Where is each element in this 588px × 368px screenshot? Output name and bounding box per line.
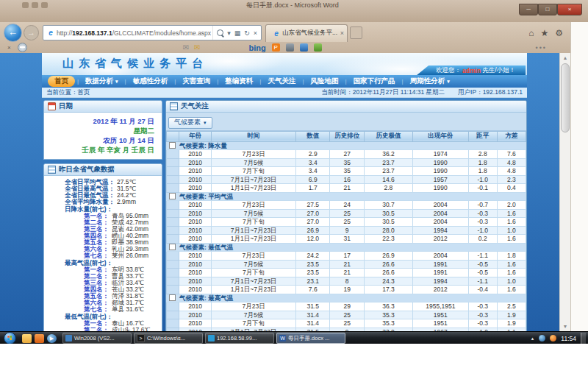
qat-icon[interactable]	[41, 2, 48, 8]
addon-icon[interactable]	[18, 43, 27, 52]
summary-panel-title: 昨日全省气象数据	[59, 165, 115, 174]
group-header-row[interactable]: 气候要素: 最高气温	[167, 294, 526, 302]
taskbar-button[interactable]: W每日手册.docx ...	[276, 333, 345, 344]
explorer-folder-icon[interactable]	[22, 334, 32, 343]
nav-item-8[interactable]: 周期性分析▾	[404, 76, 456, 87]
breadcrumb: 当前位置：首页	[46, 88, 90, 97]
group-checkbox[interactable]	[169, 294, 176, 301]
table-cell: -0.3	[468, 218, 497, 227]
rank-lists: 日降水量(前七)：第一名：青岛 95.0mm第二名：荣成 42.7mm第三名：昆…	[44, 206, 160, 331]
group-header-row[interactable]: 气候要素: 降水量	[167, 141, 526, 150]
app-icon[interactable]	[35, 334, 44, 343]
group-header-row[interactable]: 气候要素: 平均气温	[167, 192, 526, 201]
group-checkbox[interactable]	[169, 244, 176, 250]
table-cell: 23.5	[296, 269, 330, 277]
table-cell: -0.3	[468, 209, 497, 218]
rank-label: 第二名：	[84, 326, 109, 331]
row-gutter-cell	[167, 269, 179, 277]
envelope-icon[interactable]: ✉	[194, 43, 200, 52]
yesterday-summary-panel: 昨日全省气象数据 全省日平均气温：27.5℃全省日最高气温：31.5℃全省日最低…	[43, 163, 162, 331]
bing-logo[interactable]: bing	[248, 43, 265, 52]
network-tray-icon[interactable]	[539, 335, 545, 342]
table-cell: 31	[330, 235, 364, 244]
nav-item-0[interactable]: 首页	[48, 76, 75, 87]
table-cell: 1月1日~7月23日	[212, 286, 296, 294]
row-gutter-cell	[167, 209, 179, 218]
home-icon[interactable]: ⌂	[528, 28, 534, 38]
search-icon[interactable]	[217, 29, 223, 36]
browser-tab[interactable]: e 山东省气候业务平... ×	[265, 24, 348, 42]
toolbar-app-icon[interactable]: P	[272, 43, 280, 52]
group-checkbox[interactable]	[169, 142, 176, 149]
scroll-up-arrow-icon[interactable]: ▲	[560, 53, 570, 63]
chevron-down-icon: ▾	[115, 79, 118, 85]
nav-item-7[interactable]: 国家下行产品	[347, 76, 402, 87]
rank-item: 第七名：莱州 26.0mm	[44, 252, 160, 259]
nav-item-2[interactable]: 敏感性分析	[126, 76, 175, 87]
toolbar-overflow-icon[interactable]: •••	[536, 44, 547, 52]
close-button[interactable]: ×	[557, 4, 582, 15]
row-gutter-cell	[167, 252, 179, 261]
column-header: 距平	[468, 131, 497, 141]
media-player-icon[interactable]: ▶	[47, 334, 57, 343]
group-header-row[interactable]: 气候要素: 最低气温	[167, 243, 526, 252]
address-bar[interactable]: e http://192.168.137.1/GLCCLIMATE/module…	[43, 25, 262, 40]
qat-icon[interactable]	[32, 2, 38, 8]
table-cell: 6.9	[296, 175, 330, 184]
group-title: 气候要素: 降水量	[179, 142, 227, 149]
compatibility-view-icon[interactable]: ▦	[234, 29, 241, 37]
vertical-scrollbar[interactable]: ▲ ▼	[559, 53, 570, 331]
maximize-button[interactable]: □	[538, 4, 557, 15]
table-cell: 7月23日	[212, 302, 296, 311]
climate-element-button[interactable]: 气候要素 ▾	[168, 117, 212, 129]
nav-item-6[interactable]: 风险地图	[304, 76, 345, 87]
settings-gear-icon[interactable]: ⚙	[555, 28, 563, 38]
table-cell: 30.5	[364, 209, 412, 218]
favorites-star-icon[interactable]: ★	[540, 28, 548, 38]
qat-icon[interactable]	[22, 2, 29, 8]
stop-icon[interactable]: ×	[254, 29, 257, 37]
group-checkbox[interactable]	[169, 193, 176, 199]
taskbar-button[interactable]: >C:\Windows\s...	[134, 333, 203, 344]
table-cell: 26.6	[364, 260, 412, 269]
envelope-icon[interactable]: ✉	[183, 43, 189, 52]
table-cell: 9	[330, 226, 364, 235]
browser-back-button[interactable]: ←	[4, 24, 22, 42]
content-columns: 日期 2012 年 11 月 27 日 星期二 农历 10 月 14 日 壬辰 …	[42, 98, 527, 331]
table-cell: 7月5候	[212, 260, 296, 269]
nav-item-3[interactable]: 灾害查询	[176, 76, 217, 87]
table-cell: 7月23日	[212, 252, 296, 261]
toolbar-close-icon[interactable]: ×	[7, 44, 11, 51]
nav-item-4[interactable]: 整编资料	[218, 76, 259, 87]
table-row: 20107月下旬31.42535.31951-0.31.9	[167, 319, 526, 328]
toolbar-share-icon[interactable]	[314, 43, 322, 52]
stat-value: 2.9mm	[117, 198, 136, 205]
nav-item-1[interactable]: 数据分析▾	[79, 76, 125, 87]
scrollbar-thumb[interactable]	[561, 63, 570, 132]
header-gutter-cell	[167, 131, 179, 141]
taskbar-button[interactable]: 192.168.58.99...	[205, 333, 274, 344]
table-cell: 2.8	[364, 184, 412, 193]
nav-item-5[interactable]: 天气关注	[261, 76, 302, 87]
table-cell: 1.0	[497, 277, 526, 286]
group-header-cell: 气候要素: 最高气温	[167, 294, 526, 302]
clock[interactable]: 11:54	[561, 335, 576, 342]
toolbar-plugin-icon[interactable]	[300, 43, 308, 52]
start-button[interactable]	[4, 332, 16, 344]
minimize-button[interactable]: ─	[519, 4, 538, 15]
browser-forward-button[interactable]: →	[24, 25, 39, 40]
scroll-down-arrow-icon[interactable]: ▼	[560, 322, 570, 331]
chevron-down-icon[interactable]: ▾	[227, 29, 231, 37]
table-cell: 21	[330, 269, 364, 277]
show-desktop-button[interactable]	[581, 333, 586, 344]
camera-icon[interactable]	[286, 43, 294, 52]
hidden-icons-chevron[interactable]: ▲	[530, 336, 534, 341]
table-cell: 31.5	[296, 302, 330, 311]
taskbar-button[interactable]: Win2008 (VS2...	[62, 333, 132, 344]
gregorian-date: 2012 年 11 月 27 日	[51, 116, 154, 126]
refresh-icon[interactable]: ↻	[244, 29, 250, 37]
new-tab-button[interactable]	[350, 26, 362, 39]
notification-tray-icon[interactable]	[550, 335, 556, 342]
tab-close-icon[interactable]: ×	[340, 29, 344, 37]
table-cell: -1.0	[468, 175, 497, 184]
